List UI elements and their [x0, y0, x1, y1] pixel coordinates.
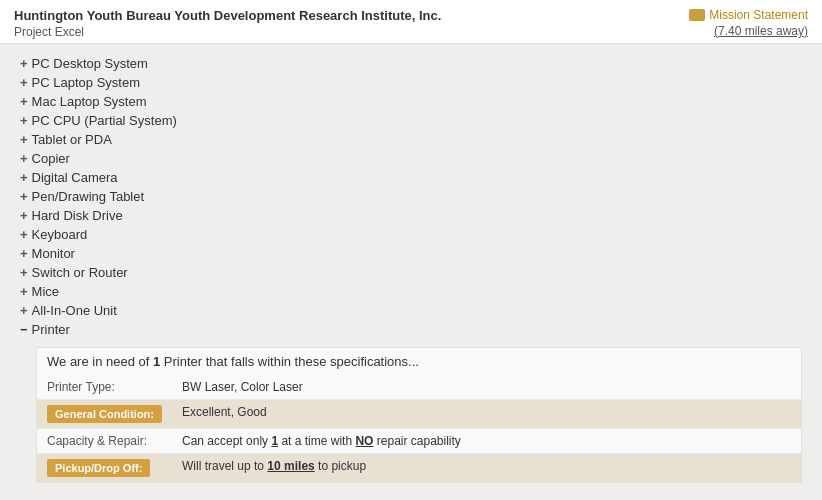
- list-item: +Pen/Drawing Tablet: [20, 187, 802, 206]
- list-prefix: +: [20, 113, 28, 128]
- list-item: +Keyboard: [20, 225, 802, 244]
- org-name: Huntington Youth Bureau Youth Developmen…: [14, 8, 441, 23]
- list-item: +Monitor: [20, 244, 802, 263]
- distance-text: (7.40 miles away): [714, 24, 808, 38]
- header-left: Huntington Youth Bureau Youth Developmen…: [14, 8, 441, 39]
- list-prefix: +: [20, 151, 28, 166]
- list-prefix: +: [20, 94, 28, 109]
- list-item: +Digital Camera: [20, 168, 802, 187]
- specs-row: Pickup/Drop Off:Will travel up to 10 mil…: [37, 454, 801, 483]
- project-name: Project Excel: [14, 25, 441, 39]
- specs-value: Excellent, Good: [172, 400, 801, 429]
- specs-row: Capacity & Repair:Can accept only 1 at a…: [37, 429, 801, 454]
- list-prefix: +: [20, 75, 28, 90]
- list-prefix: +: [20, 189, 28, 204]
- page-header: Huntington Youth Bureau Youth Developmen…: [0, 0, 822, 44]
- specs-table: Printer Type:BW Laser, Color LaserGenera…: [37, 375, 801, 482]
- list-prefix: +: [20, 246, 28, 261]
- list-item: +PC CPU (Partial System): [20, 111, 802, 130]
- specs-section: We are in need of 1 Printer that falls w…: [36, 347, 802, 483]
- list-item: +Tablet or PDA: [20, 130, 802, 149]
- item-list: +PC Desktop System+PC Laptop System+Mac …: [20, 54, 802, 339]
- list-item: +Mice: [20, 282, 802, 301]
- mission-icon: [689, 9, 705, 21]
- list-item: +Hard Disk Drive: [20, 206, 802, 225]
- specs-row: Printer Type:BW Laser, Color Laser: [37, 375, 801, 400]
- mission-label: Mission Statement: [709, 8, 808, 22]
- mission-statement-link[interactable]: Mission Statement: [689, 8, 808, 22]
- list-prefix: +: [20, 170, 28, 185]
- list-prefix: +: [20, 303, 28, 318]
- specs-value: Can accept only 1 at a time with NO repa…: [172, 429, 801, 454]
- list-prefix: +: [20, 284, 28, 299]
- header-right: Mission Statement (7.40 miles away): [689, 8, 808, 38]
- specs-label: Capacity & Repair:: [37, 429, 172, 454]
- list-item: +Switch or Router: [20, 263, 802, 282]
- specs-value: BW Laser, Color Laser: [172, 375, 801, 400]
- specs-intro: We are in need of 1 Printer that falls w…: [37, 348, 801, 375]
- main-content: +PC Desktop System+PC Laptop System+Mac …: [0, 44, 822, 500]
- specs-label: Printer Type:: [37, 375, 172, 400]
- list-prefix: +: [20, 265, 28, 280]
- list-item: +Copier: [20, 149, 802, 168]
- list-item: +All-In-One Unit: [20, 301, 802, 320]
- list-prefix: +: [20, 56, 28, 71]
- list-item: +PC Desktop System: [20, 54, 802, 73]
- list-item: +PC Laptop System: [20, 73, 802, 92]
- specs-value: Will travel up to 10 miles to pickup: [172, 454, 801, 483]
- list-prefix: +: [20, 208, 28, 223]
- list-item: +Mac Laptop System: [20, 92, 802, 111]
- specs-label: General Condition:: [37, 400, 172, 429]
- list-prefix: −: [20, 322, 28, 337]
- specs-row: General Condition:Excellent, Good: [37, 400, 801, 429]
- specs-label: Pickup/Drop Off:: [37, 454, 172, 483]
- list-prefix: +: [20, 132, 28, 147]
- list-item: −Printer: [20, 320, 802, 339]
- list-prefix: +: [20, 227, 28, 242]
